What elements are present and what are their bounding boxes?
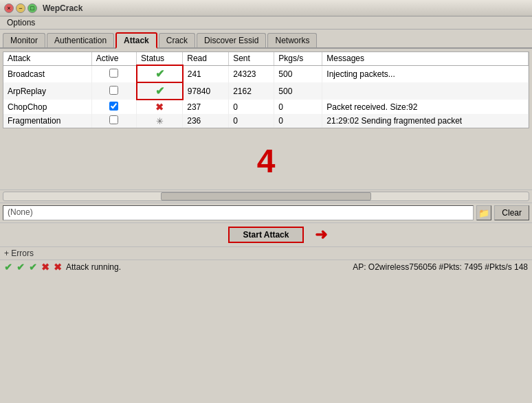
bottom-input-area: (None) 📁 Clear [0, 203, 532, 222]
tab-crack[interactable]: Crack [159, 33, 195, 47]
status-icon-1: ✔ [4, 262, 12, 273]
status-text: Attack running. [66, 262, 121, 272]
window-title: WepCrack [43, 3, 82, 13]
cell-read: 236 [183, 114, 229, 128]
table-row: Broadcast ✔ 241 24323 500 Injecting pack… [3, 65, 529, 82]
cell-attack-name: Broadcast [3, 65, 91, 82]
errors-label: + Errors [4, 249, 34, 258]
tab-discover-essid[interactable]: Discover Essid [197, 33, 266, 47]
scrollbar-area [0, 189, 532, 203]
cell-message: 21:29:02 Sending fragmented packet [322, 114, 529, 128]
tab-attack[interactable]: Attack [115, 32, 157, 49]
window-controls[interactable]: × − □ [4, 3, 37, 13]
cell-read: 237 [183, 100, 229, 114]
cell-sent: 0 [229, 114, 274, 128]
col-messages: Messages [322, 52, 529, 65]
cell-attack-name: ChopChop [3, 100, 91, 114]
tab-networks[interactable]: Networks [267, 33, 317, 47]
col-status: Status [137, 52, 183, 65]
cell-message: Injecting packets... [322, 65, 529, 82]
col-read: Read [183, 52, 229, 65]
status-icon-4: ✖ [41, 262, 49, 273]
close-button[interactable]: × [4, 3, 14, 13]
status-icon-2: ✔ [16, 262, 25, 273]
col-sent: Sent [229, 52, 274, 65]
status-bar: ✔ ✔ ✔ ✖ ✖ Attack running. AP: O2wireless… [0, 260, 532, 274]
table-row: ChopChop ✖ 237 0 0 Packet received. Size… [3, 100, 529, 114]
attack-table: Attack Active Status Read Sent Pkgs/s Me… [3, 52, 529, 128]
horizontal-scrollbar[interactable] [3, 192, 529, 201]
cell-status: ✳ [137, 114, 183, 128]
start-attack-label: Start Attack [243, 230, 289, 240]
cell-pkgs: 500 [274, 82, 322, 100]
cell-active-checkbox[interactable] [91, 65, 136, 82]
cell-attack-name: ArpReplay [3, 82, 91, 100]
arrow-right-icon: ➜ [315, 226, 327, 244]
cell-sent: 24323 [229, 65, 274, 82]
errors-bar[interactable]: + Errors [0, 246, 532, 260]
cell-attack-name: Fragmentation [3, 114, 91, 128]
check-icon: ✔ [155, 85, 164, 97]
cell-sent: 0 [229, 100, 274, 114]
tabs-bar: Monitor Authentication Attack Crack Disc… [0, 30, 532, 49]
cell-pkgs: 500 [274, 65, 322, 82]
cell-status: ✖ [137, 100, 183, 114]
none-display: (None) [3, 205, 474, 220]
col-pkgs: Pkgs/s [274, 52, 322, 65]
cell-read: 97840 [183, 82, 229, 100]
start-attack-area: Start Attack ➜ [0, 222, 532, 246]
main-area: Attack Active Status Read Sent Pkgs/s Me… [0, 49, 532, 189]
maximize-button[interactable]: □ [27, 3, 37, 13]
spin-icon: ✳ [156, 116, 164, 126]
folder-button[interactable]: 📁 [476, 205, 491, 220]
start-attack-button[interactable]: Start Attack ➜ [228, 227, 304, 243]
table-row: ArpReplay ✔ 97840 2162 500 [3, 82, 529, 100]
col-attack: Attack [3, 52, 91, 65]
status-icon-5: ✖ [54, 262, 62, 273]
attack-table-container: Attack Active Status Read Sent Pkgs/s Me… [3, 51, 529, 128]
cell-status: ✔ [137, 65, 183, 82]
checkbox-broadcast[interactable] [109, 69, 118, 78]
table-header-row: Attack Active Status Read Sent Pkgs/s Me… [3, 52, 529, 65]
menu-bar: Options [0, 16, 532, 30]
checkbox-arpreplay[interactable] [109, 86, 118, 95]
checkbox-fragmentation[interactable] [109, 115, 118, 124]
tab-monitor[interactable]: Monitor [3, 33, 45, 47]
col-active: Active [91, 52, 136, 65]
cell-message [322, 82, 529, 100]
cell-pkgs: 0 [274, 114, 322, 128]
status-icon-3: ✔ [29, 262, 37, 273]
table-row: Fragmentation ✳ 236 0 0 21:29:02 Sending… [3, 114, 529, 128]
title-bar: × − □ WepCrack [0, 0, 532, 16]
tab-authentication[interactable]: Authentication [47, 33, 114, 47]
menu-options[interactable]: Options [3, 16, 39, 29]
cell-active-checkbox[interactable] [91, 114, 136, 128]
cell-status: ✔ [137, 82, 183, 100]
cell-sent: 2162 [229, 82, 274, 100]
checkbox-chopchop[interactable] [109, 102, 118, 111]
ap-info: AP: O2wireless756056 #Pkts: 7495 #Pkts/s… [353, 262, 528, 272]
scrollbar-thumb[interactable] [161, 192, 371, 200]
cell-message: Packet received. Size:92 [322, 100, 529, 114]
minimize-button[interactable]: − [16, 3, 25, 13]
cell-active-checkbox[interactable] [91, 100, 136, 114]
cross-icon: ✖ [155, 102, 164, 113]
cell-active-checkbox[interactable] [91, 82, 136, 100]
clear-button[interactable]: Clear [494, 205, 529, 220]
cell-pkgs: 0 [274, 100, 322, 114]
cell-read: 241 [183, 65, 229, 82]
big-number: 4 [3, 128, 529, 187]
check-icon: ✔ [155, 68, 164, 80]
